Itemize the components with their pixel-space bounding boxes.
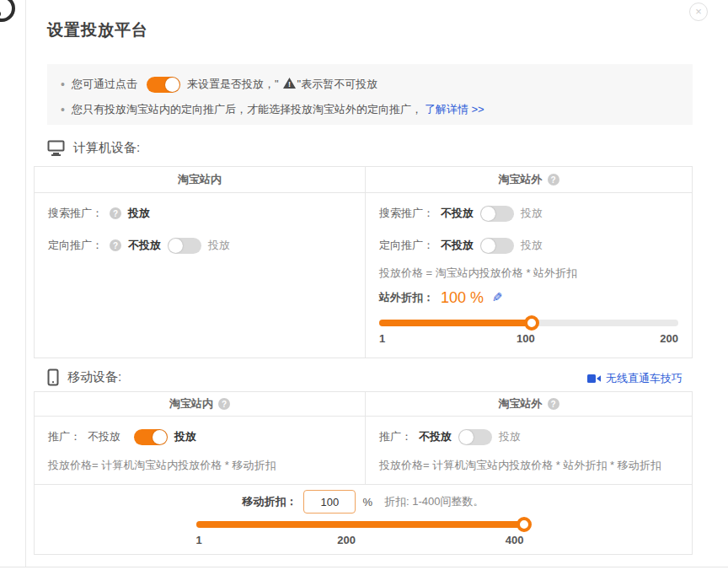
slider-max-label: 400 [506, 534, 524, 546]
mobile-discount-input[interactable] [303, 490, 356, 514]
panel-left-border [25, 0, 26, 567]
state-off-label: 不投放 [88, 429, 120, 444]
help-icon[interactable]: ? [110, 207, 121, 219]
header-label: 淘宝站外 [499, 172, 543, 187]
target-promo-label: 定向推广： [379, 238, 434, 253]
slider-min-label: 1 [196, 534, 202, 546]
slider-labels: 1 100 200 [379, 332, 678, 346]
search-promo-state: 投放 [128, 206, 150, 221]
state-on-label: 投放 [499, 429, 521, 444]
promo-row: 推广： 不投放 投放 [379, 428, 678, 445]
bullet-icon: • [61, 103, 65, 116]
promo-row: 推广： 不投放 投放 [48, 428, 351, 445]
slider-mid-label: 200 [337, 534, 356, 546]
percent-sign: % [362, 496, 372, 508]
target-promo-label: 定向推广： [48, 238, 103, 253]
mobile-discount-slider[interactable] [196, 521, 531, 528]
state-off-label: 不投放 [419, 429, 452, 444]
mobile-inside-price-formula: 投放价格= 计算机淘宝站内投放价格 * 移动折扣 [48, 459, 351, 472]
outside-discount-slider[interactable] [379, 320, 678, 326]
computer-table: 淘宝站内 淘宝站外 ? 搜索推广： ? 投放 定向推广： ? 不投放 投放 搜索… [34, 166, 693, 358]
discount-range-hint: 折扣: 1-400间整数。 [384, 494, 484, 509]
slider-max-label: 200 [660, 332, 678, 345]
outside-price-formula: 投放价格 = 淘宝站内投放价格 * 站外折扣 [379, 266, 678, 280]
state-on-label: 投放 [174, 429, 196, 444]
notice-line-1: • 您可通过点击 来设置是否投放，" ! "表示暂不可投放 [61, 72, 679, 97]
slider-handle[interactable] [524, 315, 539, 331]
computer-outside-target-toggle[interactable] [480, 238, 514, 254]
promo-label: 推广： [379, 429, 412, 444]
mobile-discount-slider-wrap: 1 200 400 [196, 521, 531, 547]
close-icon: × [695, 5, 702, 18]
edit-icon[interactable]: ✎ [492, 290, 503, 305]
notice-box: • 您可通过点击 来设置是否投放，" ! "表示暂不可投放 • 您只有投放淘宝站… [47, 64, 693, 125]
header-label: 淘宝站外 [499, 396, 543, 411]
toggle-knob [169, 239, 183, 253]
outside-discount-row: 站外折扣： 100 % ✎ [379, 287, 678, 309]
target-promo-row: 定向推广： ? 不投放 投放 [48, 237, 351, 254]
help-icon[interactable]: ? [218, 398, 230, 410]
help-icon[interactable]: ? [548, 174, 559, 186]
notice-line-2: • 您只有投放淘宝站内的定向推广后，才能选择投放淘宝站外的定向推广， 了解详情 … [61, 97, 679, 122]
mobile-inside-promo-toggle[interactable] [134, 429, 168, 445]
header-label: 淘宝站内 [178, 172, 222, 187]
notice-text: 您可通过点击 [72, 77, 137, 92]
toggle-knob [481, 239, 495, 253]
learn-more-link[interactable]: 了解详情 >> [425, 102, 484, 117]
mobile-table: 淘宝站内 ? 淘宝站外 ? 推广： 不投放 投放 投放价格= 计算机淘宝站内投放… [34, 391, 693, 555]
computer-section-title: 计算机设备: [73, 140, 140, 156]
computer-outside-search-toggle[interactable] [480, 206, 514, 222]
computer-icon [47, 140, 65, 156]
search-promo-row: 搜索推广： 不投放 投放 [379, 205, 678, 222]
search-promo-label: 搜索推广： [379, 206, 434, 221]
bullet-icon: • [61, 78, 65, 91]
notice-text: "表示暂不可投放 [297, 77, 378, 92]
state-on-label: 投放 [208, 238, 230, 253]
notice-text: 您只有投放淘宝站内的定向推广后，才能选择投放淘宝站外的定向推广， [72, 102, 422, 117]
promo-label: 推广： [48, 429, 81, 444]
svg-text:!: ! [288, 80, 291, 89]
slider-fill [196, 521, 531, 528]
mobile-outside-price-formula: 投放价格= 计算机淘宝站内投放价格 * 站外折扣 * 移动折扣 [379, 459, 678, 472]
toggle-knob [481, 207, 495, 221]
page-title: 设置投放平台 [47, 19, 148, 41]
computer-outside-header: 淘宝站外 ? [365, 167, 692, 193]
panel-bottom-border [0, 567, 728, 567]
mobile-inside-header: 淘宝站内 ? [35, 392, 365, 417]
mobile-outside-promo-toggle[interactable] [458, 429, 492, 445]
video-icon [587, 374, 602, 384]
wireless-tips-link[interactable]: 无线直通车技巧 [587, 371, 682, 386]
mobile-discount-label: 移动折扣： [242, 494, 297, 509]
target-promo-row: 定向推广： 不投放 投放 [379, 237, 678, 254]
mobile-outside-cell: 推广： 不投放 投放 投放价格= 计算机淘宝站内投放价格 * 站外折扣 * 移动… [365, 417, 692, 484]
computer-outside-cell: 搜索推广： 不投放 投放 定向推广： 不投放 投放 投放价格 = 淘宝站内投放价… [365, 193, 692, 358]
slider-fill [379, 320, 532, 326]
search-promo-row: 搜索推广： ? 投放 [48, 205, 351, 222]
state-off-label: 不投放 [441, 238, 474, 253]
computer-section-header: 计算机设备: [47, 140, 140, 156]
help-icon[interactable]: ? [110, 239, 121, 251]
wireless-tips-label: 无线直通车技巧 [606, 371, 682, 386]
state-on-label: 投放 [521, 238, 543, 253]
example-toggle[interactable] [147, 77, 180, 93]
outside-discount-slider-wrap: 1 100 200 [379, 320, 678, 346]
mobile-outside-header: 淘宝站外 ? [365, 392, 692, 417]
toggle-knob [459, 430, 474, 444]
notice-text: 来设置是否投放，" [187, 77, 279, 92]
search-promo-label: 搜索推广： [48, 206, 103, 221]
mobile-section-header: 移动设备: [47, 368, 121, 386]
mobile-section-title: 移动设备: [67, 369, 121, 385]
computer-inside-target-toggle[interactable] [168, 238, 201, 254]
slider-handle[interactable] [517, 517, 532, 532]
toggle-knob [165, 78, 179, 92]
state-on-label: 投放 [521, 206, 543, 221]
outside-discount-label: 站外折扣： [379, 290, 434, 305]
state-off-label: 不投放 [441, 206, 474, 221]
toggle-knob [153, 430, 167, 444]
help-icon[interactable]: ? [548, 398, 559, 410]
mobile-phone-icon [47, 368, 59, 386]
warning-icon: ! [283, 78, 296, 91]
close-button[interactable]: × [689, 3, 708, 21]
slider-mid-label: 100 [517, 332, 535, 345]
state-off-label: 不投放 [128, 238, 161, 253]
